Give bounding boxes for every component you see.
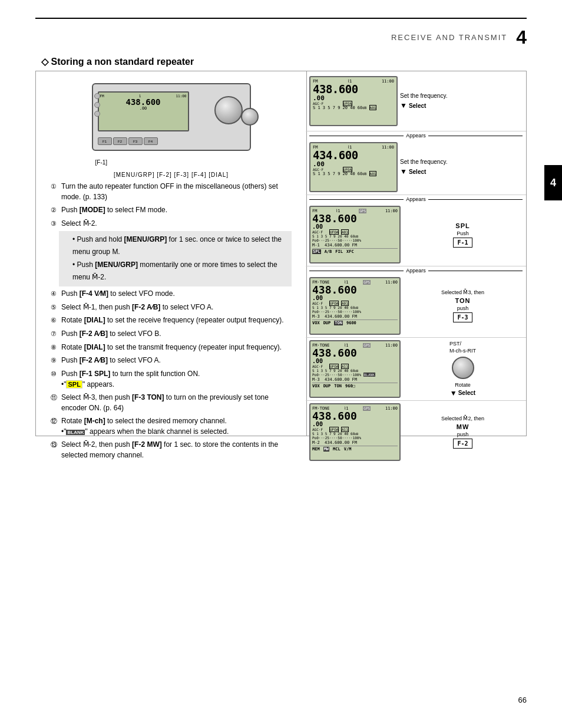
display-row-6: FM·TONE⌇1GPS11:00 438.600 .00 AGC·F UFOA… [306,401,526,463]
chapter-tab-number: 4 [550,177,556,189]
screen-5: FM·TONE⌇1GPS11:00 438.600 .00 AGC·F UFOA… [309,340,401,398]
chapter-tab: 4 [544,165,562,200]
appears-label-1: Appears [306,131,526,140]
screen-6: FM·TONE⌇1GPS11:00 438.600 .00 AGC·F UFOA… [309,403,401,461]
step-3-details: Push and hold [MENU/GRP] for 1 sec. once… [59,231,292,286]
step-2: ② Push [MODE] to select FM mode. [51,205,292,216]
step-3: ③ Select M̄-2. [51,218,292,229]
step-6: ⑥ Rotate [DIAL] to set the receive frequ… [51,315,292,326]
appears-label-3: Appears [306,266,526,275]
step-9: ⑨ Push [F-2 A⁄B] to select VFO A. [51,355,292,366]
steps-list: ① Turn the auto repeater function OFF in… [42,178,300,466]
display-row-1: FM⌇111:00 438.600 .00 AGC·F UFOA S 1 3 5… [306,71,526,131]
page-number: 66 [518,696,527,704]
page-footer: 66 [35,696,527,704]
device-labels: [MENU/GRP] [F-2] [F-3] [F-4] [DIAL] [42,172,300,178]
display-row-2: FM⌇111:00 434.600 .00 AGC·F UFOA S 1 3 5… [306,140,526,195]
chapter-number: 4 [516,27,527,48]
display-row-4: FM·TONE⌇1GPS11:00 438.600 .00 AGC·F UFOA… [306,275,526,338]
page-header: RECEIVE AND TRANSMIT 4 [35,24,527,51]
step-7: ⑦ Push [F-2 A⁄B] to select VFO B. [51,328,292,340]
display-row-3: FM⌇1GPS11:00 438.600 .00 AGC·F UFOA A01 … [306,203,526,266]
f1-label: [F-1] [95,159,108,166]
step-13: ⑬ Select M̄-2, then push [F-2 MW] for 1 … [51,439,292,460]
display-row-5: FM·TONE⌇1GPS11:00 438.600 .00 AGC·F UFOA… [306,338,526,401]
screen-1: FM⌇111:00 438.600 .00 AGC·F UFOA S 1 3 5… [309,76,398,126]
top-border [35,18,527,19]
main-content-box: FM111:00 438.600 .00 F [35,71,527,436]
step-12: ⑫ Rotate [M-ch] to select the desired me… [51,416,292,437]
screen-2: FM⌇111:00 434.600 .00 AGC·F UFOA S 1 3 5… [309,142,398,192]
step-5: ⑤ Select M̄-1, then push [F-2 A⁄B] to se… [51,302,292,313]
step-11: ⑪ Select M̄-3, then push [F-3 TON] to tu… [51,392,292,413]
step-1: ① Turn the auto repeater function OFF in… [51,181,292,202]
screen-4: FM·TONE⌇1GPS11:00 438.600 .00 AGC·F UFOA… [309,277,401,335]
left-panel: FM111:00 438.600 .00 F [36,71,307,436]
step-8: ⑧ Rotate [DIAL] to set the transmit freq… [51,342,292,353]
step-4: ④ Push [F-4 V⁄M] to select VFO mode. [51,288,292,299]
appears-label-2: Appears [306,195,526,203]
step-10: ⑩ Push [F-1 SPL] to turn the split funct… [51,368,292,390]
header-title: RECEIVE AND TRANSMIT [391,33,507,42]
right-panel: FM⌇111:00 438.600 .00 AGC·F UFOA S 1 3 5… [306,71,526,436]
screen-3: FM⌇1GPS11:00 438.600 .00 AGC·F UFOA A01 … [309,206,401,263]
rotate-knob[interactable] [452,357,474,379]
page-container: RECEIVE AND TRANSMIT 4 4 Storing a non s… [0,0,562,728]
device-illustration: FM111:00 438.600 .00 F [42,83,300,178]
section-title: Storing a non standard repeater [41,56,194,67]
